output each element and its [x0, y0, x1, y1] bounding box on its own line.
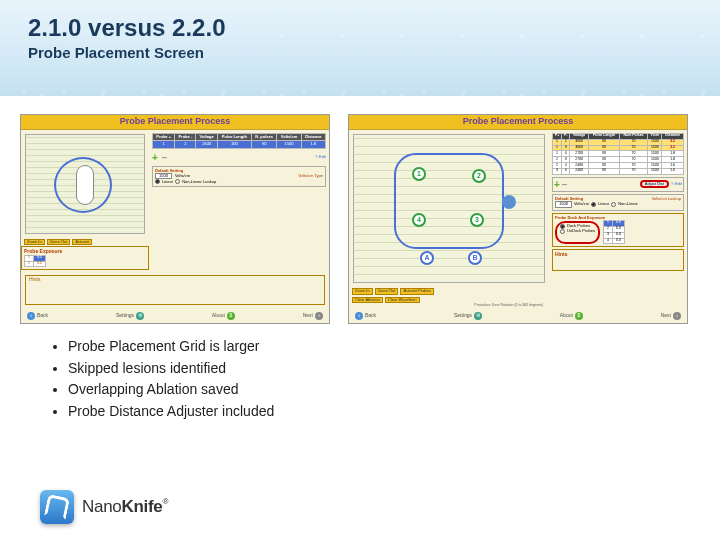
adjust-distance-button[interactable]: Adjust Dist: [640, 180, 669, 188]
minus-icon[interactable]: −: [162, 152, 168, 163]
rotation-hint: Procedure Zone Rotation (0 to 360 degree…: [349, 304, 549, 308]
brand-text: NanoKnife®: [82, 497, 168, 517]
app-footer: ‹Back Settings⚙ About$ Next›: [349, 309, 687, 323]
nanoknife-logo-icon: [40, 490, 74, 524]
dock-exposure-panel: Probe Dock And Exposure Dock Probes UnDo…: [552, 213, 684, 248]
plus-icon[interactable]: +: [554, 179, 560, 190]
undock-probes-radio[interactable]: [560, 229, 565, 234]
app-title: Probe Placement Process: [21, 115, 329, 130]
zoom-in-button[interactable]: Zoom In: [24, 239, 45, 245]
autoset-button[interactable]: Autoset: [72, 239, 92, 245]
screenshot-row: Probe Placement Process Zoom In Zoom Out…: [0, 96, 720, 332]
default-setting-panel: Default Setting 1500 Volts/cm Volts/cm T…: [152, 166, 326, 188]
radio-nonlinear[interactable]: [611, 202, 616, 207]
zoom-out-button[interactable]: Zoom Out: [375, 288, 399, 294]
table-row: 12 2640100 901500 1.8: [153, 141, 326, 148]
brand-footer: NanoKnife®: [40, 490, 168, 524]
back-button[interactable]: ‹Back: [355, 312, 376, 320]
hints-panel: Hints: [25, 275, 325, 305]
radio-linear[interactable]: [155, 179, 160, 184]
zoom-in-button[interactable]: Zoom In: [352, 288, 373, 294]
autoset-button[interactable]: Autoset Probes: [400, 288, 433, 294]
clear-ablation-button[interactable]: Clear Ablation: [352, 297, 383, 303]
probe-4[interactable]: 4: [412, 213, 426, 227]
about-button[interactable]: About$: [212, 312, 235, 320]
marker-a[interactable]: A: [420, 251, 434, 265]
bullet-list: Probe Placement Grid is larger Skipped l…: [0, 332, 720, 423]
bullet-item: Probe Placement Grid is larger: [68, 336, 680, 358]
zoom-out-button[interactable]: Zoom Out: [47, 239, 71, 245]
next-button[interactable]: Next›: [303, 312, 323, 320]
rotation-handle[interactable]: [502, 195, 516, 209]
marker-b[interactable]: B: [468, 251, 482, 265]
table-header-row: Probe +Probe - VoltagePulse Length N. pu…: [153, 133, 326, 140]
clear-waveform-button[interactable]: Clear Waveform: [385, 297, 420, 303]
app-footer: ‹Back Settings⚙ About$ Next›: [21, 309, 329, 323]
bullet-item: Overlapping Ablation saved: [68, 379, 680, 401]
slide-subtitle: Probe Placement Screen: [28, 44, 692, 61]
exposure-mini-table: 10.0 20.0: [24, 255, 46, 268]
probe-grid-large[interactable]: 1 2 3 4 A B: [353, 134, 545, 283]
pulse-table[interactable]: P+P- VoltagePulse Length Num PulsesV/cm …: [552, 133, 684, 175]
default-setting-panel: Default SettingVolts/cm Lookup 1500 Volt…: [552, 194, 684, 211]
settings-button[interactable]: Settings⚙: [454, 312, 482, 320]
next-button[interactable]: Next›: [661, 312, 681, 320]
exposure-header: Probe Exposure: [24, 249, 146, 255]
ablation-zone-icon: [394, 153, 504, 249]
probe-2[interactable]: 2: [472, 169, 486, 183]
back-button[interactable]: ‹Back: [27, 312, 48, 320]
screenshot-v220: Probe Placement Process 1 2 3 4 A B Zoom…: [348, 114, 688, 324]
app-title: Probe Placement Process: [349, 115, 687, 130]
screenshot-v210: Probe Placement Process Zoom In Zoom Out…: [20, 114, 330, 324]
table-row: 342400907015001.6: [553, 168, 684, 174]
edit-link[interactable]: ✎ Edit: [671, 182, 682, 186]
settings-button[interactable]: Settings⚙: [116, 312, 144, 320]
radio-linear[interactable]: [591, 202, 596, 207]
bullet-item: Skipped lesions identified: [68, 358, 680, 380]
volts-input[interactable]: 1500: [555, 201, 572, 207]
hints-panel: Hints: [552, 249, 684, 271]
probe-shape-icon: [76, 165, 94, 205]
plus-icon[interactable]: +: [152, 152, 158, 163]
exposure-mini-table: 10.0 20.0 30.0 40.0: [603, 220, 625, 244]
probe-3[interactable]: 3: [470, 213, 484, 227]
probe-1[interactable]: 1: [412, 167, 426, 181]
bullet-item: Probe Distance Adjuster included: [68, 401, 680, 423]
slide-title: 2.1.0 versus 2.2.0: [28, 14, 692, 42]
minus-icon[interactable]: −: [562, 179, 568, 190]
probe-exposure-panel: Probe Exposure 10.0 20.0: [21, 246, 149, 270]
probe-grid-small[interactable]: [25, 134, 145, 234]
about-button[interactable]: About$: [560, 312, 583, 320]
title-banner: 2.1.0 versus 2.2.0 Probe Placement Scree…: [0, 0, 720, 96]
radio-nonlinear[interactable]: [175, 179, 180, 184]
edit-link[interactable]: ✎ Edit: [315, 155, 326, 159]
pulse-table[interactable]: Probe +Probe - VoltagePulse Length N. pu…: [152, 133, 326, 149]
